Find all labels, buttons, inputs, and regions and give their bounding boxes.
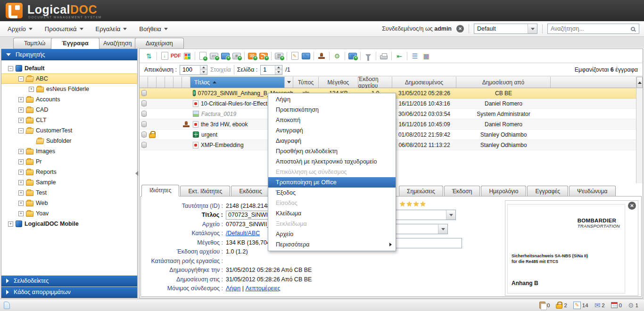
tree-item-yoav[interactable]: +Yoav <box>1 208 137 219</box>
context-menu-delete[interactable]: Διαγραφή <box>268 136 396 146</box>
stamp-icon[interactable] <box>316 50 327 62</box>
expand-icon[interactable]: + <box>18 180 24 185</box>
context-menu-more[interactable]: Περισσότερα <box>268 239 396 250</box>
folder-path-link[interactable]: /Default/ABC <box>226 230 260 237</box>
search-icon[interactable] <box>631 27 635 31</box>
messages-counter[interactable]: ✉2 <box>594 301 605 310</box>
email-capture-icon[interactable]: ✉ <box>247 50 258 62</box>
page-number-input[interactable] <box>261 65 275 74</box>
star-icon[interactable] <box>399 200 405 208</box>
page-size-stepper[interactable] <box>180 65 207 75</box>
column-published[interactable]: Δημοσιευμένος <box>392 77 456 88</box>
tree-item-test[interactable]: +Test <box>1 188 137 198</box>
chevron-down-icon[interactable] <box>438 224 447 234</box>
tree-item-clt[interactable]: +CLT <box>1 115 137 125</box>
tab-administration[interactable]: Διαχείριση <box>135 38 184 49</box>
menu-help[interactable]: Βοήθεια <box>139 25 168 33</box>
clipboard-page-icon[interactable] <box>4 302 10 309</box>
bulk-update-icon[interactable]: ✎ <box>289 50 300 62</box>
decrement-icon[interactable] <box>200 70 207 74</box>
detail-tab-notes[interactable]: Σημειώσεις <box>399 186 443 196</box>
increment-icon[interactable] <box>275 65 282 70</box>
tree-item-web[interactable]: +Web <box>1 198 137 208</box>
search-input[interactable] <box>548 25 631 32</box>
chevron-down-icon[interactable] <box>446 210 455 220</box>
download-icon[interactable]: ↓ <box>159 50 170 62</box>
tree-item-cad[interactable]: +CAD <box>1 105 137 115</box>
tree-item-sample[interactable]: +Sample <box>1 177 137 188</box>
column-indicator[interactable] <box>165 77 173 88</box>
tree-item-logicaldoc-mobile[interactable]: +LogicalDOC Mobile <box>1 219 137 229</box>
capture-screen-icon[interactable] <box>220 50 231 62</box>
scan-document-icon[interactable]: ▭ <box>208 50 220 62</box>
grid-view-icon[interactable]: ▦ <box>421 50 432 62</box>
column-indicator[interactable] <box>140 77 148 88</box>
menu-personal[interactable]: Προσωπικά <box>45 25 83 33</box>
detail-tab-calendar[interactable]: Ημερολόγιο <box>481 186 526 196</box>
detail-tab-aliases[interactable]: Ψευδώνυμα <box>569 186 615 196</box>
page-number-stepper[interactable] <box>260 65 282 75</box>
browser-panel-header[interactable]: Περιηγητής <box>1 49 137 60</box>
refresh-icon[interactable]: ⇅ <box>143 50 155 62</box>
filter-icon[interactable] <box>363 50 374 62</box>
add-calendar-event-icon[interactable]: ▦ <box>347 50 358 62</box>
tree-item-default[interactable]: −Default <box>1 63 137 74</box>
workspace-select[interactable]: Default <box>474 24 537 34</box>
context-menu-download[interactable]: Λήψη <box>268 94 396 105</box>
star-icon[interactable] <box>413 200 419 208</box>
tree-item-abc[interactable]: −ABC <box>1 74 137 84</box>
detail-tab-versions[interactable]: Εκδόσεις <box>231 186 270 196</box>
workflows-counter[interactable]: ⚙1 <box>628 302 638 309</box>
context-menu-lock[interactable]: Κλείδωμα <box>268 208 396 219</box>
expand-icon[interactable]: + <box>18 149 24 154</box>
print-icon[interactable] <box>378 50 389 62</box>
context-menu-add-bookmark[interactable]: Προσθήκη σελιδοδείκτη <box>268 146 396 156</box>
close-preview-icon[interactable]: ✕ <box>628 202 636 210</box>
workflow-icon[interactable]: ⚙ <box>331 50 343 62</box>
column-indicator[interactable] <box>173 77 182 88</box>
add-document-icon[interactable] <box>197 50 208 62</box>
logout-icon[interactable]: ✕ <box>456 25 464 33</box>
export-pdf-icon[interactable]: PDF <box>170 50 182 62</box>
tree-item-subfolder[interactable]: +Subfolder <box>1 136 137 146</box>
menu-tools[interactable]: Εργαλεία <box>96 25 127 33</box>
context-menu-cut[interactable]: Αποκοπή <box>268 115 396 125</box>
tree-item-accounts[interactable]: +Accounts <box>1 94 137 105</box>
tab-dashboard[interactable]: Ταμπλώ <box>13 38 56 49</box>
bookmarks-panel-header[interactable]: Σελιδοδείκτες <box>1 275 137 286</box>
column-type[interactable]: Τύπος <box>293 77 319 88</box>
table-scrollbar[interactable] <box>636 77 643 183</box>
tree-item-reports[interactable]: +Reports <box>1 167 137 177</box>
expand-icon[interactable]: + <box>8 221 13 227</box>
detail-tab-subscriptions[interactable]: Εγγραφές <box>527 186 568 196</box>
permalink-details-link[interactable]: Λεπτομέρειες <box>245 285 280 292</box>
collapse-expander-icon[interactable]: − <box>18 128 24 133</box>
context-menu-copy[interactable]: Αντιγραφή <box>268 125 396 136</box>
context-menu-send-email[interactable]: Αποστολή με ηλεκτρονικό ταχυδρομείο <box>268 156 396 167</box>
permalink-download-link[interactable]: Λήψη <box>226 285 240 292</box>
add-form-icon[interactable]: ≡ <box>231 50 242 62</box>
context-menu-preview[interactable]: Προεπισκόπηση <box>268 105 396 115</box>
import-icon[interactable]: ⇤ <box>394 50 405 62</box>
tree-item-esneus-folderle[interactable]: +esNeus Földerle <box>1 84 137 94</box>
clipboard-counter[interactable]: 0 <box>539 302 550 309</box>
events-counter[interactable]: 0 <box>611 302 622 308</box>
detail-tab-ext-properties[interactable]: Εκτ. Ιδιότητες <box>180 186 230 196</box>
column-title[interactable]: Τίτλος <box>190 77 285 88</box>
expand-icon[interactable]: + <box>18 201 24 206</box>
expand-icon[interactable]: + <box>18 170 24 175</box>
expand-icon[interactable]: + <box>18 107 24 113</box>
checked-out-counter[interactable]: ✎14 <box>573 302 588 309</box>
column-indicator[interactable] <box>182 77 190 88</box>
detail-tab-properties[interactable]: Ιδιότητες <box>141 185 179 196</box>
add-server-icon[interactable]: ☰ <box>273 50 285 62</box>
detail-tab-version[interactable]: Έκδοση <box>444 186 480 196</box>
menu-file[interactable]: Αρχείο <box>8 25 33 33</box>
collapse-expander-icon[interactable]: − <box>18 76 24 82</box>
context-menu-checkout[interactable]: Έξοδος <box>268 188 396 198</box>
column-menu-icon[interactable] <box>285 77 293 88</box>
list-view-icon[interactable]: ☰ <box>409 50 421 62</box>
rating-stars[interactable] <box>399 200 426 208</box>
column-file-version[interactable]: Έκδοση αρχείου <box>358 77 392 88</box>
decrement-icon[interactable] <box>275 70 282 74</box>
